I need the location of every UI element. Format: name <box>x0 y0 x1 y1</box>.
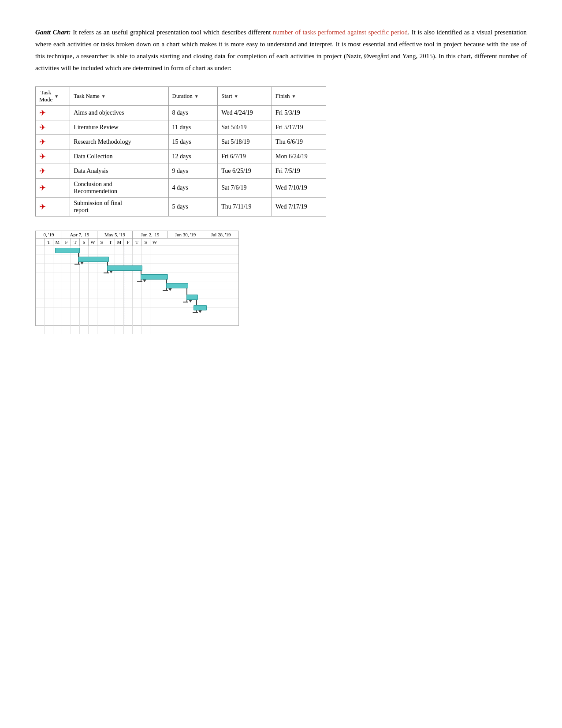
task-mode-icon: ✈ <box>39 123 46 132</box>
gantt-day-S: S <box>80 239 89 246</box>
gantt-day-M: M <box>53 239 62 246</box>
th-task-mode-label: TaskMode <box>39 89 52 103</box>
gantt-connector-h-3 <box>137 281 142 282</box>
start-dropdown-icon[interactable]: ▼ <box>234 94 238 99</box>
gantt-dashed-line-1 <box>124 246 124 325</box>
gantt-day-W: W <box>89 239 97 246</box>
gantt-period-jun2: Jun 2, '19 <box>133 231 168 238</box>
gantt-connector-h-1 <box>74 264 80 265</box>
gantt-day-T4: T <box>133 239 141 246</box>
gantt-bar-6 <box>186 295 198 300</box>
th-task-name-label: Task Name <box>74 93 100 100</box>
task-start-cell: Sat 5/18/19 <box>218 135 272 149</box>
gantt-period-may5: May 5, '19 <box>97 231 133 238</box>
task-mode-icon: ✈ <box>39 166 46 176</box>
th-finish-label: Finish <box>275 93 290 100</box>
task-finish-cell: Fri 5/3/19 <box>272 106 326 120</box>
task-mode-cell: ✈ <box>36 149 70 164</box>
intro-paragraph: Gantt Chart: It refers as an useful grap… <box>35 26 527 74</box>
th-finish: Finish ▼ <box>272 87 326 106</box>
task-finish-cell: Wed 7/17/19 <box>272 198 326 217</box>
gantt-grid <box>36 246 238 325</box>
task-mode-cell: ✈ <box>36 164 70 179</box>
task-duration-cell: 4 days <box>168 179 218 198</box>
gantt-grid-row-extra <box>36 308 238 334</box>
gantt-day-T3: T <box>106 239 115 246</box>
task-name-cell: Research Methodology <box>70 135 168 149</box>
table-row: ✈ Data Analysis 9 days Tue 6/25/19 Fri 7… <box>36 164 326 179</box>
gantt-connector-h-4 <box>163 290 168 291</box>
gantt-chart-label: Gantt Chart: <box>35 29 71 36</box>
th-start-label: Start <box>221 93 232 100</box>
gantt-bar-5 <box>166 283 188 288</box>
gantt-grid-row-7 <box>36 299 238 308</box>
task-start-cell: Sat 5/4/19 <box>218 120 272 135</box>
task-finish-cell: Mon 6/24/19 <box>272 149 326 164</box>
task-finish-cell: Wed 7/10/19 <box>272 179 326 198</box>
gantt-grid-row-2 <box>36 255 238 264</box>
task-name-cell: Literature Review <box>70 120 168 135</box>
gantt-bar-1 <box>55 248 80 253</box>
red-highlight: number of tasks performed against specif… <box>273 29 408 36</box>
table-row: ✈ Conclusion andRecommendetion 4 days Sa… <box>36 179 326 198</box>
task-start-cell: Tue 6/25/19 <box>218 164 272 179</box>
task-mode-icon: ✈ <box>39 137 46 147</box>
task-finish-cell: Fri 7/5/19 <box>272 164 326 179</box>
task-mode-icon: ✈ <box>39 183 46 193</box>
task-mode-cell: ✈ <box>36 106 70 120</box>
gantt-period-0: 0, '19 <box>36 231 62 238</box>
task-name-cell: Data Collection <box>70 149 168 164</box>
gantt-connector-h-6 <box>193 312 198 313</box>
table-body: ✈ Aims and objectives 8 days Wed 4/24/19… <box>36 106 326 217</box>
task-mode-cell: ✈ <box>36 120 70 135</box>
gantt-day-S2: S <box>97 239 106 246</box>
gantt-grid-row-4 <box>36 273 238 281</box>
th-duration-label: Duration <box>172 93 193 100</box>
intro-text1: It refers as an useful graphical present… <box>71 29 273 36</box>
task-duration-cell: 11 days <box>168 120 218 135</box>
task-mode-dropdown-icon[interactable]: ▼ <box>54 94 59 99</box>
gantt-day-T2: T <box>71 239 80 246</box>
gantt-period-jun30: Jun 30, '19 <box>168 231 203 238</box>
task-finish-cell: Thu 6/6/19 <box>272 135 326 149</box>
task-mode-icon: ✈ <box>39 202 46 212</box>
task-duration-cell: 15 days <box>168 135 218 149</box>
gantt-grid-row-5 <box>36 281 238 290</box>
gantt-bar-7 <box>194 305 207 310</box>
th-start: Start ▼ <box>218 87 272 106</box>
table-header-row: TaskMode ▼ Task Name ▼ Duration ▼ Start <box>36 87 326 106</box>
task-name-cell: Aims and objectives <box>70 106 168 120</box>
task-name-cell: Submission of finalreport <box>70 198 168 217</box>
gantt-day-header: T M F T S W S T M F T S W <box>36 239 238 246</box>
duration-dropdown-icon[interactable]: ▼ <box>194 94 199 99</box>
gantt-bar-4 <box>141 274 168 280</box>
th-task-name: Task Name ▼ <box>70 87 168 106</box>
gantt-bar-3 <box>107 265 142 271</box>
table-row: ✈ Submission of finalreport 5 days Thu 7… <box>36 198 326 217</box>
table-row: ✈ Aims and objectives 8 days Wed 4/24/19… <box>36 106 326 120</box>
task-start-cell: Sat 7/6/19 <box>218 179 272 198</box>
gantt-period-apr7: Apr 7, '19 <box>62 231 97 238</box>
table-row: ✈ Data Collection 12 days Fri 6/7/19 Mon… <box>36 149 326 164</box>
finish-dropdown-icon[interactable]: ▼ <box>292 94 296 99</box>
task-duration-cell: 5 days <box>168 198 218 217</box>
th-task-mode: TaskMode ▼ <box>36 87 70 106</box>
task-start-cell: Thu 7/11/19 <box>218 198 272 217</box>
task-name-cell: Data Analysis <box>70 164 168 179</box>
gantt-day-F: F <box>62 239 71 246</box>
gantt-bar-2 <box>78 257 109 262</box>
task-start-cell: Wed 4/24/19 <box>218 106 272 120</box>
gantt-outer: 0, '19 Apr 7, '19 May 5, '19 Jun 2, '19 … <box>35 231 239 326</box>
gantt-chart-section: 0, '19 Apr 7, '19 May 5, '19 Jun 2, '19 … <box>35 231 527 326</box>
gantt-period-header: 0, '19 Apr 7, '19 May 5, '19 Jun 2, '19 … <box>36 231 238 239</box>
gantt-day-blank <box>36 239 45 246</box>
gantt-day-M2: M <box>115 239 124 246</box>
gantt-day-S3: S <box>141 239 150 246</box>
gantt-task-table: TaskMode ▼ Task Name ▼ Duration ▼ Start <box>35 86 326 217</box>
table-row: ✈ Research Methodology 15 days Sat 5/18/… <box>36 135 326 149</box>
th-duration: Duration ▼ <box>168 87 218 106</box>
task-mode-cell: ✈ <box>36 135 70 149</box>
task-name-dropdown-icon[interactable]: ▼ <box>101 94 106 99</box>
gantt-grid-row-6 <box>36 290 238 299</box>
gantt-day-F2: F <box>124 239 133 246</box>
